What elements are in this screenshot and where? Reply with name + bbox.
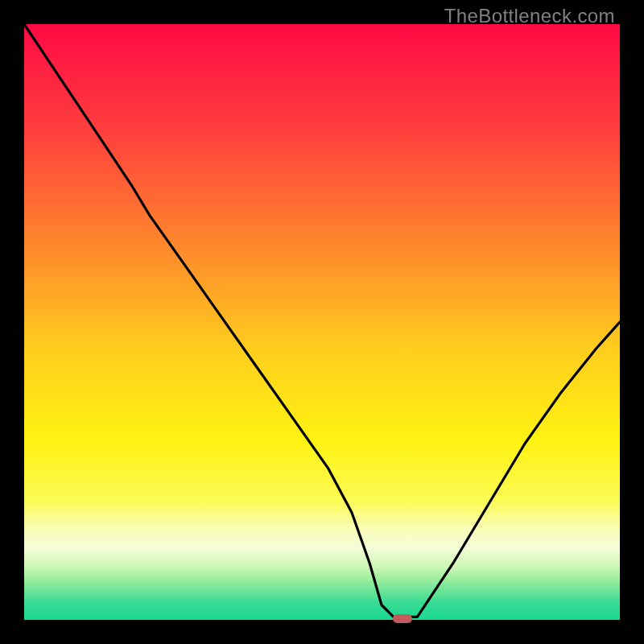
- plot-area: [24, 24, 620, 620]
- optimal-marker: [393, 614, 412, 622]
- chart-frame: TheBottleneck.com: [0, 0, 644, 644]
- bottleneck-curve: [24, 24, 620, 620]
